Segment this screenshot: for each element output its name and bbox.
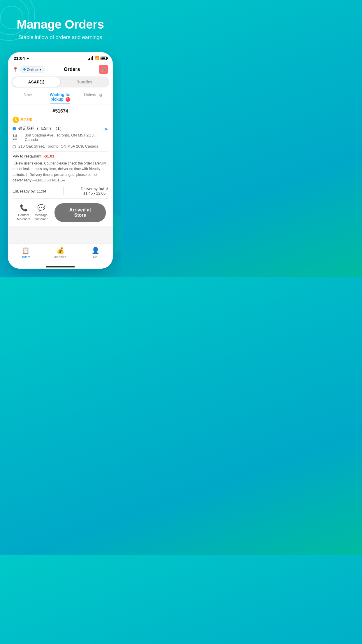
dropdown-chevron-icon: ▼ — [39, 68, 42, 71]
orders-nav-label: Orders — [20, 255, 30, 259]
message-customer-button[interactable]: 💬 Messagecustomer — [32, 204, 50, 221]
header-title: Manage Orders — [9, 18, 112, 32]
contact-merchant-button[interactable]: 📞 ContactMerchant — [15, 204, 32, 221]
home-indicator — [8, 265, 113, 269]
est-ready: Est. ready by: 11:34 — [13, 189, 46, 193]
home-bar — [46, 266, 75, 267]
order-earning: $ $2.90 — [13, 117, 108, 123]
location-arrow-icon: ➤ — [26, 56, 29, 60]
tab-bundles[interactable]: Bundles — [60, 77, 108, 87]
status-icons: 📶 — [88, 56, 107, 60]
divider — [13, 151, 108, 152]
tab-new[interactable]: New — [11, 90, 44, 104]
incomes-nav-label: Incomes — [54, 255, 66, 259]
bottom-nav: 📋 Orders 💰 Incomes 👤 Me — [8, 244, 113, 265]
delivery-address: 210 Oak Street, Toronto, ON M5A 2C9, Can… — [18, 144, 98, 148]
phone-icon: 📞 — [20, 204, 28, 212]
waiting-badge: 1 — [66, 97, 70, 102]
time-row: Est. ready by: 11:34 Deliver by 04/13 11… — [13, 187, 108, 199]
nav-title: Orders — [64, 66, 80, 72]
message-icon: 💬 — [37, 204, 45, 212]
pay-row: Pay to restaurant: -$1.01 — [13, 154, 108, 158]
header-section: Manage Orders Stable inflow of orders an… — [0, 0, 121, 49]
nav-orders[interactable]: 📋 Orders — [8, 247, 43, 259]
tab-delivering[interactable]: Delivering — [77, 90, 109, 104]
order-card: #51674 $ $2.90 银记肠粉（TEST）（1） ➤ 3.8 km 36… — [8, 104, 113, 226]
earning-amount: $2.90 — [21, 117, 32, 123]
nav-link-icon[interactable]: 🔗 — [99, 65, 108, 74]
order-number: #51674 — [13, 108, 108, 114]
deliver-by: Deliver by 04/13 11:45 - 12:05 — [81, 187, 108, 195]
pay-amount: -$1.01 — [43, 154, 54, 158]
delivery-row: 210 Oak Street, Toronto, ON M5A 2C9, Can… — [13, 144, 108, 148]
navigate-icon[interactable]: ➤ — [104, 126, 108, 132]
action-row: 📞 ContactMerchant 💬 Messagecustomer Arri… — [13, 203, 108, 222]
phone-mockup: 21:04 ➤ 📶 📍 Online ▼ Orders — [8, 52, 113, 269]
tab-asap[interactable]: ASAP(1) — [12, 77, 60, 87]
message-customer-label: Messagecustomer — [34, 213, 48, 221]
arrived-at-store-button[interactable]: Arrived at Store — [55, 203, 106, 222]
wifi-icon: 📶 — [94, 56, 99, 60]
location-pin-icon: 📍 — [13, 67, 18, 72]
nav-incomes[interactable]: 💰 Incomes — [43, 247, 78, 259]
pay-label: Pay to restaurant: — [13, 154, 43, 158]
destination-dot-icon — [13, 145, 16, 148]
sub-tabs: New Waiting for pickup 1 Delivering — [8, 90, 113, 104]
link-icon: 🔗 — [101, 67, 106, 72]
incomes-icon: 💰 — [57, 247, 64, 254]
order-note: 【New user's order. Courier please check … — [13, 161, 108, 183]
time-divider — [63, 187, 64, 195]
restaurant-row: 银记肠粉（TEST）（1） ➤ — [13, 126, 108, 132]
tab-switcher: ASAP(1) Bundles — [11, 76, 109, 88]
restaurant-info: 银记肠粉（TEST）（1） — [13, 126, 102, 131]
profile-icon: 👤 — [92, 247, 99, 254]
distance-badge: 3.8 km — [13, 134, 22, 141]
me-nav-label: Me — [93, 255, 97, 259]
signal-bars-icon — [88, 56, 93, 60]
restaurant-name: 银记肠粉（TEST）（1） — [18, 126, 64, 131]
status-time: 21:04 — [14, 56, 25, 61]
coin-icon: $ — [13, 117, 19, 123]
nav-me[interactable]: 👤 Me — [78, 247, 113, 259]
orders-icon: 📋 — [22, 247, 29, 254]
contact-merchant-label: ContactMerchant — [17, 213, 30, 221]
origin-dot-icon — [13, 127, 16, 130]
header-subtitle: Stable inflow of orders and earnings — [9, 34, 112, 41]
tab-waiting-for-pickup[interactable]: Waiting for pickup 1 — [44, 90, 77, 104]
distance-row: 3.8 km 369 Spadina Ave., Toronto, ON M5T… — [13, 133, 108, 142]
online-dot-icon — [23, 68, 26, 71]
nav-bar: 📍 Online ▼ Orders 🔗 — [8, 62, 113, 76]
online-label: Online — [27, 67, 38, 72]
nav-location: 📍 Online ▼ — [13, 66, 45, 73]
restaurant-address: 369 Spadina Ave., Toronto, ON M5T 2G3, C… — [25, 133, 108, 142]
status-bar: 21:04 ➤ 📶 — [8, 52, 113, 62]
battery-icon — [101, 57, 107, 60]
below-card-area — [8, 226, 113, 244]
online-badge[interactable]: Online ▼ — [20, 66, 45, 73]
